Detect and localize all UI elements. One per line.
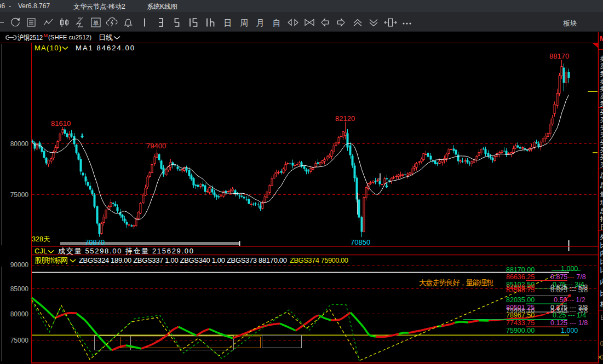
svg-text:买: 买: [600, 116, 603, 124]
svg-text:买: 买: [600, 131, 603, 138]
svg-text:M: M: [600, 34, 603, 43]
svg-text:75000: 75000: [10, 337, 29, 344]
svg-text:板块: 板块: [563, 19, 577, 27]
svg-text:卖: 卖: [600, 55, 603, 62]
svg-text:78967.50: 78967.50: [506, 311, 535, 319]
svg-text:日: 日: [600, 223, 603, 231]
svg-text:CJL: CJL: [35, 247, 47, 255]
svg-text:86636.25: 86636.25: [506, 273, 535, 281]
svg-text:0.50--- 1/2: 0.50--- 1/2: [554, 296, 585, 304]
svg-text:周: 周: [240, 18, 249, 27]
svg-text:买: 买: [600, 124, 603, 131]
svg-text:档: 档: [600, 301, 603, 308]
svg-text:(SHFE cu2512): (SHFE cu2512): [48, 34, 91, 41]
svg-text:卖: 卖: [600, 78, 603, 85]
svg-text:81610: 81610: [51, 119, 71, 128]
svg-text:日: 日: [224, 18, 232, 27]
svg-text:最: 最: [600, 190, 603, 198]
svg-text:日: 日: [600, 314, 603, 321]
svg-text:买: 买: [600, 108, 603, 116]
svg-text:买: 买: [600, 138, 603, 146]
svg-text:MA(10): MA(10): [35, 44, 61, 52]
svg-text:单: 单: [93, 20, 99, 26]
svg-text:月: 月: [256, 18, 265, 27]
svg-text:0.125 --- 1/8: 0.125 --- 1/8: [550, 319, 588, 327]
svg-text:卖: 卖: [600, 85, 603, 93]
svg-text:70850: 70850: [351, 238, 370, 246]
svg-text:沪铜2512: 沪铜2512: [18, 33, 43, 42]
svg-text:买: 买: [600, 161, 603, 169]
svg-text:持: 持: [600, 215, 603, 223]
svg-text:M: M: [44, 33, 48, 38]
svg-text:比: 比: [600, 290, 603, 297]
svg-text:外: 外: [600, 233, 603, 241]
svg-text:内: 内: [600, 250, 603, 257]
svg-text:MA1 84624.00: MA1 84624.00: [76, 44, 134, 52]
svg-text:0.625 --- 5/8: 0.625 --- 5/8: [550, 286, 588, 294]
svg-text:90000: 90000: [10, 261, 29, 269]
svg-text:ZBGS374 75900.00: ZBGS374 75900.00: [290, 256, 348, 264]
svg-text:1.000: 1.000: [561, 327, 578, 334]
svg-text:0: 0: [600, 340, 603, 348]
svg-text:卖: 卖: [600, 93, 603, 100]
svg-text:总: 总: [600, 181, 603, 189]
svg-text:比: 比: [600, 258, 603, 265]
svg-text:1.000: 1.000: [561, 265, 578, 273]
svg-text:成交量 55298.00 持仓量 215629.00: 成交量 55298.00 持仓量 215629.00: [58, 247, 193, 255]
svg-text:自: 自: [273, 18, 281, 27]
svg-text:买: 买: [600, 146, 603, 154]
svg-text:82035.00: 82035.00: [506, 296, 535, 304]
svg-text:卖: 卖: [600, 62, 603, 70]
svg-text:比: 比: [600, 241, 603, 249]
svg-text:82120: 82120: [335, 114, 355, 123]
svg-text:大盘走势良好，量能理想: 大盘走势良好，量能理想: [419, 279, 494, 287]
svg-text:日线: 日线: [99, 33, 113, 42]
svg-text:股朋指标网: 股朋指标网: [35, 256, 68, 264]
svg-text:比: 比: [600, 266, 603, 274]
svg-text:现: 现: [600, 199, 603, 206]
svg-text:88170.00: 88170.00: [506, 266, 535, 274]
svg-text:88170: 88170: [549, 52, 569, 60]
svg-text:买: 买: [600, 153, 603, 161]
svg-text:总: 总: [600, 207, 603, 215]
svg-text:卖: 卖: [600, 70, 603, 78]
svg-text:卖: 卖: [600, 100, 603, 108]
svg-text:×: ×: [598, 354, 602, 361]
svg-text:ZBGS324 189.00 ZBGS337 1.00: ZBGS324 189.00 ZBGS337 1.00 ZBGS340 1.00…: [79, 256, 287, 264]
svg-text:80000: 80000: [10, 140, 29, 148]
svg-text:内: 内: [600, 278, 603, 286]
svg-text:0.25 --- 1/4: 0.25 --- 1/4: [553, 311, 586, 319]
svg-text:80000: 80000: [10, 310, 29, 318]
svg-text:83568.75: 83568.75: [506, 286, 535, 294]
svg-text:70870: 70870: [85, 238, 105, 246]
svg-text:总: 总: [600, 171, 603, 179]
svg-text:75900.00: 75900.00: [506, 327, 535, 334]
svg-text:77433.75: 77433.75: [506, 319, 535, 327]
svg-text:75000: 75000: [10, 191, 29, 199]
svg-text:79400: 79400: [146, 142, 166, 150]
svg-text:85000: 85000: [10, 285, 29, 293]
svg-text:328天: 328天: [32, 235, 50, 243]
svg-text:0.875--- 7/8: 0.875--- 7/8: [550, 273, 586, 281]
